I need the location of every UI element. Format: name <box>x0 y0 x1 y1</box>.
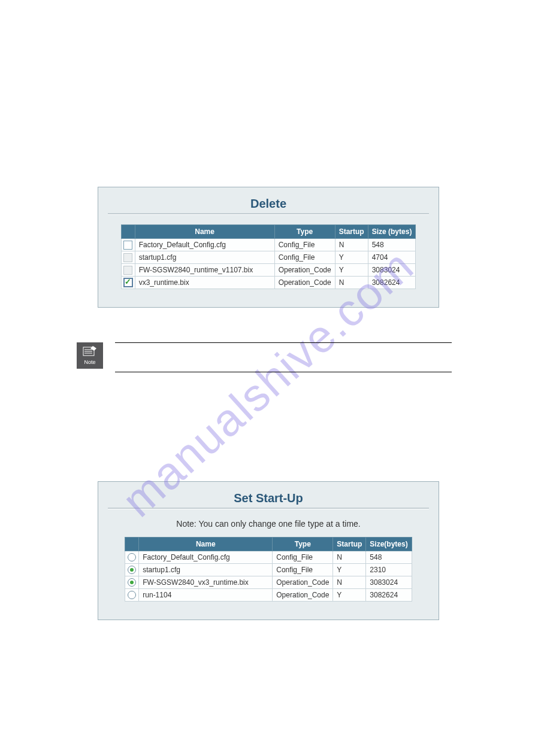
row-radio[interactable] <box>128 566 136 574</box>
cell-name: startup1.cfg <box>139 564 273 576</box>
cell-startup: N <box>333 576 366 589</box>
cell-startup: N <box>335 277 368 289</box>
row-radio[interactable] <box>128 553 136 561</box>
startup-panel-title: Set Start-Up <box>102 491 435 505</box>
cell-type: Config_File <box>274 251 335 264</box>
row-checkbox[interactable] <box>123 266 132 275</box>
table-row: FW-SGSW2840_vx3_runtime.bix Operation_Co… <box>125 576 412 589</box>
cell-type: Operation_Code <box>273 589 333 602</box>
startup-panel-note: Note: You can only change one file type … <box>102 519 435 529</box>
cell-name: startup1.cfg <box>135 251 274 264</box>
cell-startup: Y <box>335 264 368 277</box>
table-row: startup1.cfg Config_File Y 4704 <box>121 251 416 264</box>
header-select <box>125 538 139 551</box>
table-row: startup1.cfg Config_File Y 2310 <box>125 564 412 576</box>
horizontal-rule <box>115 342 452 343</box>
startup-panel: Set Start-Up Note: You can only change o… <box>98 481 439 620</box>
cell-type: Operation_Code <box>274 277 335 289</box>
table-row: Factory_Default_Config.cfg Config_File N… <box>125 551 412 564</box>
cell-startup: N <box>335 239 368 251</box>
table-header-row: Name Type Startup Size (bytes) <box>121 225 416 239</box>
table-row: vx3_runtime.bix Operation_Code N 3082624 <box>121 277 416 289</box>
cell-type: Config_File <box>273 551 333 564</box>
note-icon: Note <box>77 342 103 369</box>
startup-file-table: Name Type Startup Size(bytes) Factory_De… <box>125 537 412 602</box>
cell-startup: N <box>333 551 366 564</box>
delete-file-table: Name Type Startup Size (bytes) Factory_D… <box>121 224 416 289</box>
cell-type: Config_File <box>274 239 335 251</box>
cell-name: run-1104 <box>139 589 273 602</box>
table-row: FW-SGSW2840_runtime_v1107.bix Operation_… <box>121 264 416 277</box>
table-header-row: Name Type Startup Size(bytes) <box>125 538 412 551</box>
header-name: Name <box>139 538 273 551</box>
note-callout: Note <box>77 342 105 369</box>
cell-size: 3082624 <box>368 277 416 289</box>
header-size: Size (bytes) <box>368 225 416 239</box>
cell-name: Factory_Default_Config.cfg <box>135 239 274 251</box>
cell-size: 3082624 <box>366 589 412 602</box>
row-radio[interactable] <box>128 578 136 587</box>
delete-panel: Delete Name Type Startup Size (bytes) Fa… <box>98 187 439 308</box>
header-size: Size(bytes) <box>366 538 412 551</box>
row-checkbox[interactable] <box>123 278 133 287</box>
cell-size: 4704 <box>368 251 416 264</box>
cell-name: FW-SGSW2840_runtime_v1107.bix <box>135 264 274 277</box>
table-row: run-1104 Operation_Code Y 3082624 <box>125 589 412 602</box>
divider <box>108 213 429 215</box>
cell-size: 548 <box>368 239 416 251</box>
cell-size: 2310 <box>366 564 412 576</box>
header-startup: Startup <box>333 538 366 551</box>
cell-startup: Y <box>333 564 366 576</box>
table-row: Factory_Default_Config.cfg Config_File N… <box>121 239 416 251</box>
header-type: Type <box>273 538 333 551</box>
cell-name: vx3_runtime.bix <box>135 277 274 289</box>
row-checkbox[interactable] <box>123 241 132 250</box>
header-name: Name <box>135 225 274 239</box>
cell-size: 3083024 <box>368 264 416 277</box>
horizontal-rule <box>115 372 452 372</box>
header-startup: Startup <box>335 225 368 239</box>
divider <box>108 508 429 509</box>
header-type: Type <box>274 225 335 239</box>
row-checkbox[interactable] <box>123 253 132 262</box>
row-radio[interactable] <box>128 591 136 599</box>
delete-panel-title: Delete <box>102 197 435 211</box>
cell-name: Factory_Default_Config.cfg <box>139 551 273 564</box>
cell-type: Operation_Code <box>274 264 335 277</box>
note-icon-label: Note <box>77 359 103 365</box>
note-rules <box>115 342 452 401</box>
cell-type: Config_File <box>273 564 333 576</box>
cell-size: 3083024 <box>366 576 412 589</box>
header-select <box>121 225 135 239</box>
cell-name: FW-SGSW2840_vx3_runtime.bix <box>139 576 273 589</box>
cell-startup: Y <box>333 589 366 602</box>
cell-type: Operation_Code <box>273 576 333 589</box>
cell-size: 548 <box>366 551 412 564</box>
cell-startup: Y <box>335 251 368 264</box>
